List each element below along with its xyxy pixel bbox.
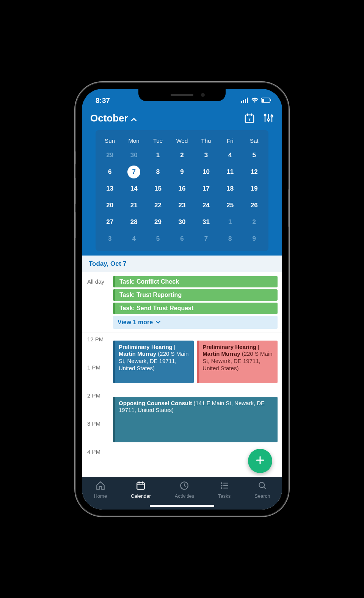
calendar-day[interactable]: 19 xyxy=(242,180,266,197)
svg-rect-1 xyxy=(243,100,244,103)
calendar-day[interactable]: 30 xyxy=(170,214,194,230)
calendar-day[interactable]: 2 xyxy=(242,214,266,230)
device-notch xyxy=(138,89,226,101)
calendar-day[interactable]: 1 xyxy=(218,214,242,230)
svg-point-26 xyxy=(221,485,222,486)
all-day-task[interactable]: Task: Send Trust Request xyxy=(113,303,278,314)
view-more-label: View 1 more xyxy=(118,319,153,326)
time-label: 3 PM xyxy=(87,420,109,427)
calendar-day[interactable]: 15 xyxy=(146,180,170,197)
month-label: October xyxy=(90,112,128,124)
calendar-day[interactable]: 17 xyxy=(194,180,218,197)
calendar-event[interactable]: Opposing Counsel Consult (141 E Main St,… xyxy=(113,397,278,442)
all-day-label: All day xyxy=(87,276,109,329)
calendar-day[interactable]: 21 xyxy=(122,197,146,214)
svg-rect-19 xyxy=(137,483,145,489)
volume-up xyxy=(74,178,75,204)
all-day-task[interactable]: Task: Conflict Check xyxy=(113,276,278,287)
day-header: Thu xyxy=(194,135,218,147)
calendar-day[interactable]: 30 xyxy=(122,147,146,164)
day-header: Sun xyxy=(98,135,122,147)
today-button[interactable]: 7 xyxy=(244,113,255,123)
status-time: 8:37 xyxy=(90,96,110,105)
svg-text:7: 7 xyxy=(248,117,251,121)
calendar-day[interactable]: 29 xyxy=(146,214,170,230)
calendar-day[interactable]: 2 xyxy=(170,147,194,164)
month-calendar[interactable]: SunMonTueWedThuFriSat 293012345678910111… xyxy=(96,130,268,251)
calendar-day[interactable]: 18 xyxy=(218,180,242,197)
phone-frame: 8:37 xyxy=(76,83,288,516)
home-indicator[interactable] xyxy=(150,505,214,507)
svg-rect-3 xyxy=(247,98,248,103)
mute-switch xyxy=(74,151,75,164)
wifi-icon xyxy=(251,96,259,105)
calendar-day[interactable]: 23 xyxy=(170,197,194,214)
tab-tasks[interactable]: Tasks xyxy=(218,481,231,499)
clock-icon xyxy=(179,481,189,492)
svg-rect-5 xyxy=(270,99,271,101)
calendar-day[interactable]: 4 xyxy=(122,230,146,247)
calendar-event[interactable]: Preliminary Hearing | Martin Murray (220… xyxy=(197,341,278,383)
calendar-day[interactable]: 5 xyxy=(146,230,170,247)
calendar-day[interactable]: 27 xyxy=(98,214,122,230)
calendar-day[interactable]: 22 xyxy=(146,197,170,214)
calendar-day[interactable]: 9 xyxy=(170,164,194,180)
all-day-task[interactable]: Task: Trust Reporting xyxy=(113,289,278,301)
svg-rect-2 xyxy=(245,99,246,103)
calendar-day[interactable]: 1 xyxy=(146,147,170,164)
calendar-day[interactable]: 10 xyxy=(194,164,218,180)
tab-calendar[interactable]: Calendar xyxy=(131,481,151,499)
calendar-day[interactable]: 26 xyxy=(242,197,266,214)
calendar-day[interactable]: 7 xyxy=(194,230,218,247)
home-icon xyxy=(96,481,105,492)
calendar-day[interactable]: 7 xyxy=(122,164,146,180)
calendar-day[interactable]: 8 xyxy=(146,164,170,180)
calendar-day[interactable]: 3 xyxy=(194,147,218,164)
calendar-day[interactable]: 8 xyxy=(218,230,242,247)
time-label: 1 PM xyxy=(87,364,109,371)
svg-point-24 xyxy=(221,483,222,483)
calendar-day[interactable]: 14 xyxy=(122,180,146,197)
view-more-button[interactable]: View 1 more xyxy=(113,316,278,329)
search-icon xyxy=(257,481,267,492)
day-header: Sat xyxy=(242,135,266,147)
time-label: 2 PM xyxy=(87,392,109,399)
add-button[interactable] xyxy=(248,449,272,473)
calendar-day[interactable]: 3 xyxy=(98,230,122,247)
tab-search[interactable]: Search xyxy=(254,481,270,499)
time-label: 12 PM xyxy=(87,336,109,342)
day-header: Fri xyxy=(218,135,242,147)
calendar-day[interactable]: 28 xyxy=(122,214,146,230)
event-title: Opposing Counsel Consult xyxy=(119,400,192,406)
all-day-section: All day Task: Conflict CheckTask: Trust … xyxy=(82,272,282,333)
calendar-day[interactable]: 6 xyxy=(170,230,194,247)
calendar-day[interactable]: 31 xyxy=(194,214,218,230)
tab-label: Search xyxy=(254,493,270,499)
month-picker[interactable]: October xyxy=(90,112,136,124)
calendar-event[interactable]: Preliminary Hearing | Martin Murray (220… xyxy=(113,341,194,383)
tab-home[interactable]: Home xyxy=(94,481,107,499)
today-heading: Today, Oct 7 xyxy=(82,256,282,272)
calendar-day[interactable]: 9 xyxy=(242,230,266,247)
filter-button[interactable] xyxy=(263,113,274,123)
calendar-day[interactable]: 4 xyxy=(218,147,242,164)
svg-line-31 xyxy=(264,487,265,489)
calendar-day[interactable]: 29 xyxy=(98,147,122,164)
calendar-icon xyxy=(136,481,146,492)
calendar-day[interactable]: 13 xyxy=(98,180,122,197)
calendar-day[interactable]: 20 xyxy=(98,197,122,214)
day-header: Wed xyxy=(170,135,194,147)
calendar-day[interactable]: 12 xyxy=(242,164,266,180)
tab-label: Tasks xyxy=(218,493,231,499)
time-label: 4 PM xyxy=(87,448,109,455)
svg-rect-8 xyxy=(247,114,248,116)
calendar-day[interactable]: 16 xyxy=(170,180,194,197)
calendar-day[interactable]: 24 xyxy=(194,197,218,214)
tab-activities[interactable]: Activities xyxy=(175,481,194,499)
calendar-day[interactable]: 25 xyxy=(218,197,242,214)
calendar-day[interactable]: 5 xyxy=(242,147,266,164)
battery-icon xyxy=(261,96,271,105)
plus-icon xyxy=(254,454,266,467)
calendar-day[interactable]: 6 xyxy=(98,164,122,180)
calendar-day[interactable]: 11 xyxy=(218,164,242,180)
